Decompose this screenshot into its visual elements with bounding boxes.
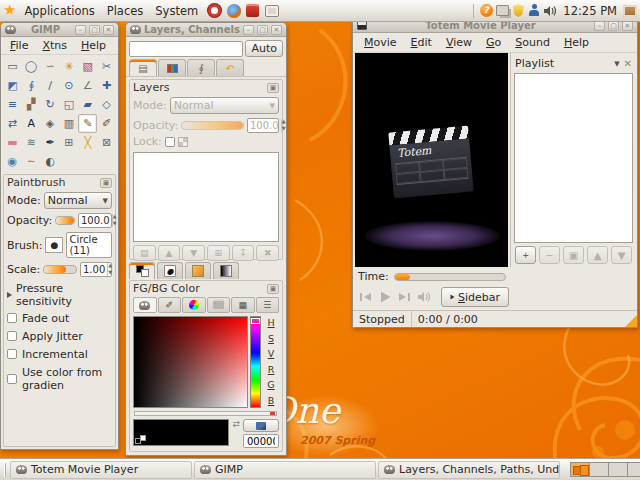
panel-menu-system[interactable]: System <box>149 2 204 20</box>
selector-palette[interactable]: ▦ <box>231 297 255 313</box>
channel-button-b[interactable]: B <box>263 395 279 407</box>
opacity-spinbox[interactable]: 100.0▲▼ <box>78 213 112 228</box>
task-button-totem-movie-player[interactable]: Totem Movie Player <box>10 461 192 479</box>
tool-flip[interactable]: ⇄ <box>3 114 22 133</box>
minimize-button[interactable]: – <box>243 25 254 35</box>
channel-button-g[interactable]: G <box>263 379 279 391</box>
tab-channels[interactable] <box>158 59 186 76</box>
image-selector-combo[interactable] <box>129 41 243 57</box>
gimp-menu-file[interactable]: File <box>3 37 35 54</box>
totem-menu-go[interactable]: Go <box>479 34 508 51</box>
tool-scale[interactable]: ◱ <box>60 95 79 114</box>
layers-list[interactable] <box>133 152 279 242</box>
scale-spinbox[interactable]: 1.00▲▼ <box>80 262 112 277</box>
previous-button[interactable] <box>357 287 374 307</box>
tool-ellipse-select[interactable]: ◯ <box>22 57 41 76</box>
panel-menu-places[interactable]: Places <box>101 2 150 20</box>
selector-wheel[interactable] <box>182 297 206 313</box>
foreground-color-swatch[interactable] <box>133 419 229 446</box>
workspace-3[interactable] <box>609 463 628 476</box>
checkbox-use-color-from-gradien[interactable]: Use color from gradien <box>4 363 115 394</box>
playlist-selector-chevron-icon[interactable]: ▼ <box>614 60 619 68</box>
playlist-move-up-button[interactable]: ▲ <box>587 246 608 264</box>
minimize-button[interactable]: – <box>75 25 86 35</box>
opacity-slider[interactable] <box>55 216 75 225</box>
totem-menu-help[interactable]: Help <box>557 34 596 51</box>
tool-paths[interactable]: ∮ <box>22 76 41 95</box>
task-button-gimp[interactable]: GIMP <box>194 461 376 479</box>
tool-crop[interactable]: ▞ <box>22 95 41 114</box>
totem-menu-view[interactable]: View <box>439 34 479 51</box>
tool-rect-select[interactable]: ▭ <box>3 57 22 76</box>
selector-scales[interactable]: ☰ <box>256 297 280 313</box>
close-button[interactable]: ✕ <box>103 25 114 35</box>
tool-paintbrush[interactable]: ✐ <box>97 114 116 133</box>
playlist-save-button[interactable]: ▣ <box>563 246 584 264</box>
channel-button-r[interactable]: R <box>263 364 279 376</box>
channel-button-h[interactable]: H <box>263 317 279 329</box>
tool-free-select[interactable]: ∽ <box>41 57 60 76</box>
close-button[interactable]: ✕ <box>622 21 633 31</box>
playlist-add-button[interactable]: ＋ <box>515 246 536 264</box>
tool-zoom[interactable]: ⊙ <box>60 76 79 95</box>
help-launcher[interactable] <box>207 3 222 18</box>
auto-button[interactable]: Auto <box>245 40 283 57</box>
tab-undo-history[interactable]: ↶ <box>216 59 244 76</box>
tool-select-by-color[interactable]: ▧ <box>78 57 97 76</box>
task-button-layers-channels-paths-undo[interactable]: Layers, Channels, Paths, Undo | ... <box>378 461 560 479</box>
display-launcher[interactable] <box>264 3 279 18</box>
tool-clone[interactable]: ⊞ <box>60 133 79 152</box>
delete-layer-button[interactable]: ✖ <box>256 245 279 261</box>
tab-paths[interactable]: ∮ <box>187 59 215 76</box>
tool-eraser[interactable]: ▬ <box>3 133 22 152</box>
video-area[interactable]: Totem <box>355 53 508 267</box>
panel-menu-applications[interactable]: Applications <box>18 2 100 20</box>
maximize-button[interactable]: ▢ <box>89 25 100 35</box>
anchor-layer-button[interactable]: ↧ <box>232 245 255 261</box>
window-selector-tray-icon[interactable] <box>623 4 637 18</box>
tab-brushes[interactable]: ● <box>157 262 183 279</box>
tool-measure[interactable]: ∠ <box>78 76 97 95</box>
tool-pencil[interactable]: ✎ <box>78 114 97 133</box>
gimp-titlebar[interactable]: GIMP – ▢ ✕ <box>1 23 118 37</box>
tool-foreground-select[interactable]: ◩ <box>3 76 22 95</box>
tool-ink[interactable]: ✒ <box>41 133 60 152</box>
tool-text[interactable]: A <box>22 114 41 133</box>
tool-move[interactable]: ✚ <box>97 76 116 95</box>
totem-menu-edit[interactable]: Edit <box>404 34 439 51</box>
hue-slider-handle[interactable] <box>251 318 260 324</box>
tool-dodge-burn[interactable]: ◐ <box>41 152 60 171</box>
tool-fuzzy-select[interactable]: ✳ <box>60 57 79 76</box>
tool-shear[interactable]: ▰ <box>78 95 97 114</box>
layer-mode-combo[interactable]: Normal▼ <box>170 97 279 114</box>
checkbox-apply-jitter[interactable]: Apply Jitter <box>4 327 115 345</box>
playlist-list[interactable] <box>514 73 633 243</box>
user-tray-icon[interactable] <box>527 4 541 18</box>
tool-scissors-select[interactable]: ✂ <box>97 57 116 76</box>
window-resize-grip[interactable] <box>625 315 637 327</box>
panel-menu-button[interactable]: ▣ <box>100 178 112 188</box>
volume-button[interactable] <box>415 287 432 307</box>
hue-strip[interactable] <box>250 316 261 408</box>
tool-rotate[interactable]: ↻ <box>41 95 60 114</box>
old-color-slider[interactable] <box>134 411 277 416</box>
tool-airbrush[interactable]: ≋ <box>22 133 41 152</box>
channel-button-v[interactable]: V <box>263 348 279 360</box>
workspace-4[interactable] <box>628 463 640 476</box>
tab-fgbg-color[interactable] <box>129 262 155 279</box>
tool-color-picker[interactable]: ∕ <box>41 76 60 95</box>
tool-blur-sharpen[interactable]: ◉ <box>3 152 22 171</box>
playlist-close-icon[interactable]: ✕ <box>624 58 632 69</box>
tool-bucket-fill[interactable]: ◈ <box>41 114 60 133</box>
totem-menu-movie[interactable]: Movie <box>357 34 404 51</box>
duplicate-layer-button[interactable]: ⊞ <box>207 245 230 261</box>
brush-preview[interactable]: ● <box>45 237 63 253</box>
gimp-menu-help[interactable]: Help <box>74 37 113 54</box>
panel-menu-button[interactable]: ▣ <box>267 83 279 93</box>
new-layer-button[interactable]: ▤ <box>133 245 156 261</box>
close-button[interactable]: ✕ <box>271 25 282 35</box>
lock-checkbox[interactable] <box>165 137 175 147</box>
hex-color-input[interactable] <box>243 434 279 448</box>
updates-tray-icon[interactable]: ? <box>479 4 493 18</box>
browser-launcher[interactable] <box>226 3 241 18</box>
